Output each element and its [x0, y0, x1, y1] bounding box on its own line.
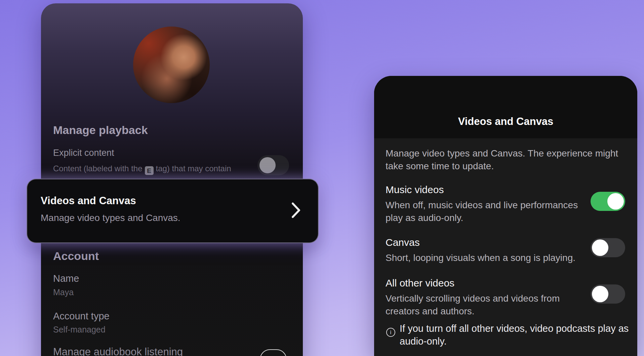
- audiobook-toggle[interactable]: [260, 349, 287, 356]
- name-label[interactable]: Name: [53, 273, 79, 284]
- info-icon: i: [386, 328, 395, 337]
- videos-and-canvas-row-subtitle: Manage video types and Canvas.: [41, 213, 180, 223]
- toggle-knob: [259, 157, 276, 173]
- detail-page-description: Manage video types and Canvas. The exper…: [386, 147, 629, 173]
- canvas-description: Short, looping visuals when a song is pl…: [386, 252, 607, 264]
- chevron-right-icon: [292, 202, 300, 220]
- account-type-value: Self-managed: [53, 325, 106, 335]
- all-other-videos-toggle[interactable]: [591, 284, 625, 304]
- explicit-content-label: Explicit content: [53, 148, 114, 158]
- all-other-videos-description: Vertically scrolling videos and videos f…: [386, 292, 584, 318]
- name-value: Maya: [53, 287, 74, 297]
- music-videos-description: When off, music videos and live performa…: [386, 199, 584, 224]
- videos-and-canvas-row-title: Videos and Canvas: [41, 195, 136, 207]
- explicit-content-description: Content (labeled with theEtag) that may …: [53, 164, 231, 175]
- right-phone-screen: Videos and Canvas Manage video types and…: [374, 76, 637, 356]
- manage-playback-heading: Manage playback: [53, 124, 148, 137]
- explicit-content-toggle[interactable]: [257, 155, 289, 175]
- explicit-tag-icon: E: [145, 166, 154, 175]
- toggle-knob: [592, 239, 608, 256]
- marketing-background: Manage playback Explicit content Content…: [0, 0, 644, 356]
- detail-page-title: Videos and Canvas: [374, 116, 637, 128]
- video-podcasts-note: If you turn off all other videos, video …: [400, 322, 635, 348]
- toggle-knob: [592, 286, 608, 302]
- toggle-knob: [607, 193, 624, 210]
- all-other-videos-label: All other videos: [386, 277, 454, 289]
- profile-avatar[interactable]: [133, 27, 210, 103]
- videos-and-canvas-row[interactable]: Videos and Canvas Manage video types and…: [27, 179, 319, 243]
- canvas-toggle[interactable]: [591, 238, 625, 257]
- account-type-label[interactable]: Account type: [53, 311, 110, 322]
- music-videos-label: Music videos: [386, 184, 444, 195]
- music-videos-toggle[interactable]: [591, 192, 625, 211]
- account-heading: Account: [53, 250, 99, 263]
- manage-audiobook-listening-label[interactable]: Manage audiobook listening: [53, 346, 183, 356]
- detail-header: Videos and Canvas: [374, 76, 637, 138]
- canvas-label: Canvas: [386, 237, 420, 248]
